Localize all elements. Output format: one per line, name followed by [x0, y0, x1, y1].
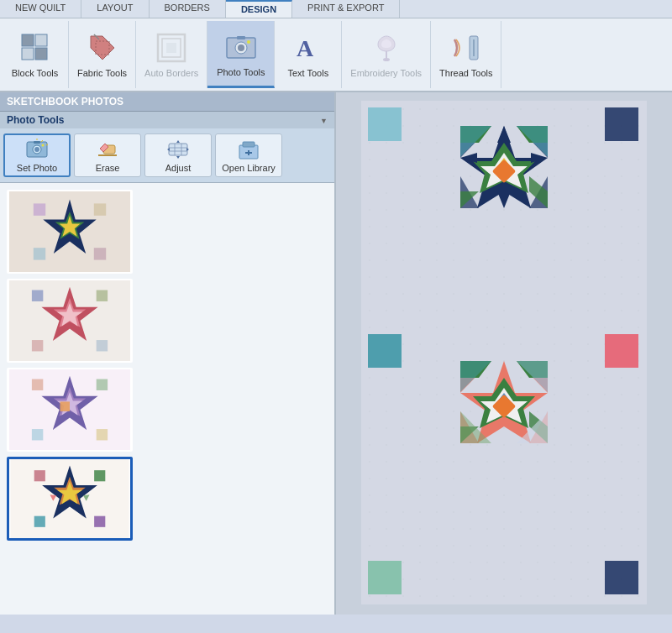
auto-borders-icon — [155, 31, 188, 65]
tool-thread-tools[interactable]: Thread Tools — [431, 21, 501, 88]
svg-rect-11 — [237, 36, 245, 39]
adjust-icon — [166, 138, 190, 161]
svg-rect-80 — [368, 561, 402, 594]
photo-tools-sub-title: Photo Tools — [7, 114, 64, 126]
svg-rect-60 — [97, 429, 108, 440]
svg-text:A: A — [297, 35, 314, 61]
svg-rect-3 — [35, 48, 47, 60]
svg-rect-51 — [32, 340, 43, 351]
block-tools-icon — [18, 31, 52, 65]
text-tools-icon: A — [291, 31, 325, 65]
tool-block-tools[interactable]: Block Tools — [2, 21, 69, 88]
set-photo-label: Set Photo — [17, 163, 57, 173]
svg-rect-28 — [169, 144, 187, 155]
svg-rect-66 — [34, 470, 45, 481]
tab-borders[interactable]: BORDERS — [150, 0, 226, 18]
svg-rect-50 — [97, 290, 108, 301]
svg-point-15 — [383, 58, 390, 61]
svg-rect-77 — [605, 107, 638, 141]
thumbnail-list — [0, 183, 334, 615]
svg-rect-76 — [368, 107, 402, 141]
set-photo-icon — [25, 138, 49, 161]
svg-rect-61 — [60, 401, 70, 411]
photo-tools-sub-header: Photo Tools — [0, 112, 334, 128]
svg-rect-2 — [22, 48, 34, 60]
svg-rect-79 — [605, 334, 638, 368]
svg-point-22 — [42, 144, 45, 147]
svg-rect-57 — [32, 379, 43, 390]
tab-print-export[interactable]: PRINT & EXPORT — [292, 0, 400, 18]
adjust-label: Adjust — [165, 163, 192, 173]
svg-rect-49 — [32, 290, 43, 301]
set-photo-button[interactable]: Set Photo — [3, 133, 71, 177]
thumbnail-3[interactable] — [7, 368, 133, 452]
thread-tools-label: Thread Tools — [439, 68, 492, 78]
auto-borders-label: Auto Borders — [144, 68, 198, 78]
open-library-button[interactable]: Open Library — [215, 133, 282, 177]
open-library-icon — [237, 138, 260, 161]
tab-new-quilt[interactable]: NEW QUILT — [0, 0, 81, 18]
canvas-area — [336, 92, 672, 615]
svg-rect-7 — [166, 43, 176, 53]
photo-tools-buttons: Set Photo Erase — [0, 128, 334, 182]
svg-rect-1 — [35, 34, 47, 46]
svg-rect-68 — [34, 516, 45, 527]
tool-embroidery-tools[interactable]: Embroidery Tools — [342, 21, 431, 88]
left-panel: SKETCHBOOK PHOTOS Photo Tools — [0, 92, 336, 615]
svg-rect-34 — [243, 142, 255, 147]
tool-auto-borders[interactable]: Auto Borders — [136, 21, 207, 88]
erase-button[interactable]: Erase — [74, 133, 141, 177]
svg-rect-67 — [94, 470, 105, 481]
adjust-button[interactable]: Adjust — [144, 133, 212, 177]
erase-icon — [96, 138, 119, 161]
embroidery-tools-icon — [370, 31, 403, 65]
thread-tools-icon — [449, 31, 483, 65]
tool-photo-tools[interactable]: Photo Tools — [207, 21, 275, 88]
thumbnail-1[interactable] — [7, 190, 133, 274]
svg-rect-0 — [22, 34, 34, 46]
svg-rect-41 — [34, 203, 45, 215]
open-library-label: Open Library — [222, 163, 276, 173]
thumbnail-4[interactable] — [7, 457, 133, 541]
svg-rect-59 — [32, 429, 43, 440]
fabric-tools-icon — [86, 31, 119, 65]
svg-rect-42 — [94, 203, 106, 215]
svg-rect-81 — [605, 561, 638, 594]
sketchbook-title: SKETCHBOOK PHOTOS — [7, 96, 123, 107]
svg-point-10 — [238, 44, 244, 51]
tool-fabric-tools[interactable]: Fabric Tools — [69, 21, 136, 88]
svg-rect-69 — [94, 516, 105, 527]
svg-rect-21 — [34, 141, 40, 144]
thumbnail-2[interactable] — [7, 279, 133, 363]
photo-tools-icon — [224, 30, 258, 64]
tab-layout[interactable]: LAYOUT — [81, 0, 149, 18]
embroidery-tools-label: Embroidery Tools — [350, 68, 422, 78]
quilt-canvas — [361, 101, 647, 604]
tab-design[interactable]: DESIGN — [226, 0, 292, 18]
svg-point-20 — [34, 147, 39, 152]
svg-rect-58 — [97, 379, 108, 390]
photo-tools-chevron-icon[interactable] — [320, 114, 328, 126]
toolbar: Block Tools Fabric Tools Auto Borders — [0, 18, 672, 92]
photo-tools-panel: Photo Tools — [0, 112, 334, 183]
tab-bar: NEW QUILT LAYOUT BORDERS DESIGN PRINT & … — [0, 0, 672, 18]
block-tools-label: Block Tools — [12, 68, 58, 78]
svg-rect-44 — [94, 248, 106, 259]
tool-text-tools[interactable]: A Text Tools — [275, 21, 342, 88]
svg-rect-52 — [97, 340, 108, 351]
main-layout: SKETCHBOOK PHOTOS Photo Tools — [0, 92, 672, 615]
photo-tools-label: Photo Tools — [217, 67, 265, 77]
text-tools-label: Text Tools — [287, 68, 328, 78]
fabric-tools-label: Fabric Tools — [77, 68, 127, 78]
svg-rect-43 — [34, 248, 45, 259]
svg-point-12 — [247, 40, 250, 44]
svg-rect-78 — [368, 334, 402, 368]
sketchbook-header: SKETCHBOOK PHOTOS — [0, 92, 334, 112]
erase-label: Erase — [96, 163, 120, 173]
